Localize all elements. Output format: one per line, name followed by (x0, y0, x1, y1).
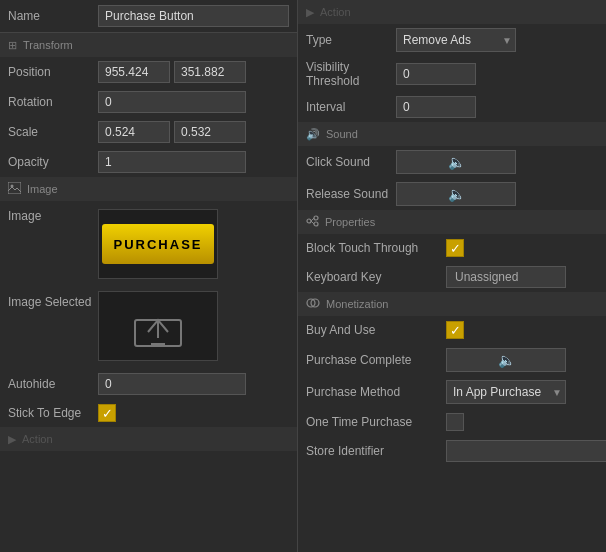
stick-checkbox[interactable]: ✓ (98, 404, 116, 422)
image-section-header: Image (0, 177, 297, 201)
opacity-row: Opacity (0, 147, 297, 177)
svg-point-7 (314, 222, 318, 226)
svg-point-5 (307, 219, 311, 223)
block-touch-checkbox[interactable]: ✓ (446, 239, 464, 257)
interval-label: Interval (306, 100, 396, 114)
upload-icon (133, 304, 183, 348)
properties-icon (306, 215, 319, 229)
interval-value (396, 96, 598, 118)
type-value: Remove Ads In App Purchase None ▼ (396, 28, 598, 52)
scale-label: Scale (8, 125, 98, 139)
svg-rect-0 (8, 182, 21, 194)
click-sound-button[interactable]: 🔈 (396, 150, 516, 174)
release-sound-value: 🔈 (396, 182, 598, 206)
autohide-input[interactable] (98, 373, 246, 395)
monetization-icon-svg (306, 297, 320, 309)
right-action-icon: ▶ (306, 6, 314, 19)
block-touch-row: Block Touch Through ✓ (298, 234, 606, 262)
purchase-method-row: Purchase Method In App Purchase None ▼ (298, 376, 606, 408)
autohide-value (98, 373, 289, 395)
position-row: Position (0, 57, 297, 87)
position-inputs (98, 61, 289, 83)
buy-use-checkmark: ✓ (450, 324, 461, 337)
one-time-value (446, 413, 598, 431)
purchase-method-value: In App Purchase None ▼ (446, 380, 598, 404)
one-time-row: One Time Purchase (298, 408, 606, 436)
svg-line-9 (311, 221, 314, 224)
left-action-label: Action (22, 433, 53, 445)
keyboard-key-display[interactable]: Unassigned (446, 266, 566, 288)
interval-row: Interval (298, 92, 606, 122)
rotation-label: Rotation (8, 95, 98, 109)
visibility-input[interactable] (396, 63, 476, 85)
svg-line-8 (311, 218, 314, 221)
store-id-row: Store Identifier (298, 436, 606, 466)
autohide-label: Autohide (8, 377, 98, 391)
purchase-complete-row: Purchase Complete 🔈 (298, 344, 606, 376)
position-label: Position (8, 65, 98, 79)
sound-label: Sound (326, 128, 358, 140)
sound-section-header: 🔊 Sound (298, 122, 606, 146)
transform-section-header: ⊞ Transform (0, 33, 297, 57)
image-selected-row: Image Selected (0, 283, 297, 369)
svg-point-6 (314, 216, 318, 220)
left-action-icon: ▶ (8, 433, 16, 446)
image-preview-row: Image PURCHASE (0, 201, 297, 283)
image-icon (8, 182, 21, 196)
properties-section-header: Properties (298, 210, 606, 234)
purchase-complete-label: Purchase Complete (306, 353, 446, 367)
purchase-complete-button[interactable]: 🔈 (446, 348, 566, 372)
right-action-label: Action (320, 6, 351, 18)
left-action-section-header: ▶ Action (0, 427, 297, 451)
block-touch-checkmark: ✓ (450, 242, 461, 255)
keyboard-value: Unassigned (446, 266, 598, 288)
click-sound-icon: 🔈 (448, 154, 465, 170)
type-dropdown[interactable]: Remove Ads In App Purchase None (396, 28, 516, 52)
position-y-input[interactable] (174, 61, 246, 83)
stick-label: Stick To Edge (8, 406, 98, 420)
one-time-label: One Time Purchase (306, 415, 446, 429)
name-input[interactable] (98, 5, 289, 27)
image-label: Image (27, 183, 58, 195)
right-action-header: ▶ Action (298, 0, 606, 24)
name-label: Name (8, 9, 98, 23)
store-id-label: Store Identifier (306, 444, 446, 458)
keyboard-label: Keyboard Key (306, 270, 446, 284)
image-row-label: Image (8, 209, 98, 223)
release-sound-icon: 🔈 (448, 186, 465, 202)
opacity-value (98, 151, 289, 173)
scale-y-input[interactable] (174, 121, 246, 143)
interval-input[interactable] (396, 96, 476, 118)
click-sound-label: Click Sound (306, 155, 396, 169)
release-sound-label: Release Sound (306, 187, 396, 201)
transform-icon: ⊞ (8, 39, 17, 52)
store-id-input[interactable] (446, 440, 606, 462)
purchase-method-label: Purchase Method (306, 385, 446, 399)
block-touch-label: Block Touch Through (306, 241, 446, 255)
visibility-label: Visibility Threshold (306, 60, 396, 88)
one-time-checkbox[interactable] (446, 413, 464, 431)
stick-value: ✓ (98, 404, 289, 422)
purchase-method-dropdown[interactable]: In App Purchase None (446, 380, 566, 404)
release-sound-button[interactable]: 🔈 (396, 182, 516, 206)
properties-icon-svg (306, 215, 319, 227)
rotation-value (98, 91, 289, 113)
image-selected-preview[interactable] (98, 291, 218, 361)
rotation-row: Rotation (0, 87, 297, 117)
buy-use-value: ✓ (446, 321, 598, 339)
image-preview[interactable]: PURCHASE (98, 209, 218, 279)
transform-label: Transform (23, 39, 73, 51)
rotation-input[interactable] (98, 91, 246, 113)
position-x-input[interactable] (98, 61, 170, 83)
store-id-value (446, 440, 606, 462)
monetization-icon (306, 297, 320, 311)
buy-use-row: Buy And Use ✓ (298, 316, 606, 344)
opacity-label: Opacity (8, 155, 98, 169)
scale-x-input[interactable] (98, 121, 170, 143)
opacity-input[interactable] (98, 151, 246, 173)
click-sound-row: Click Sound 🔈 (298, 146, 606, 178)
buy-use-checkbox[interactable]: ✓ (446, 321, 464, 339)
keyboard-row: Keyboard Key Unassigned (298, 262, 606, 292)
monetization-label: Monetization (326, 298, 388, 310)
properties-label: Properties (325, 216, 375, 228)
